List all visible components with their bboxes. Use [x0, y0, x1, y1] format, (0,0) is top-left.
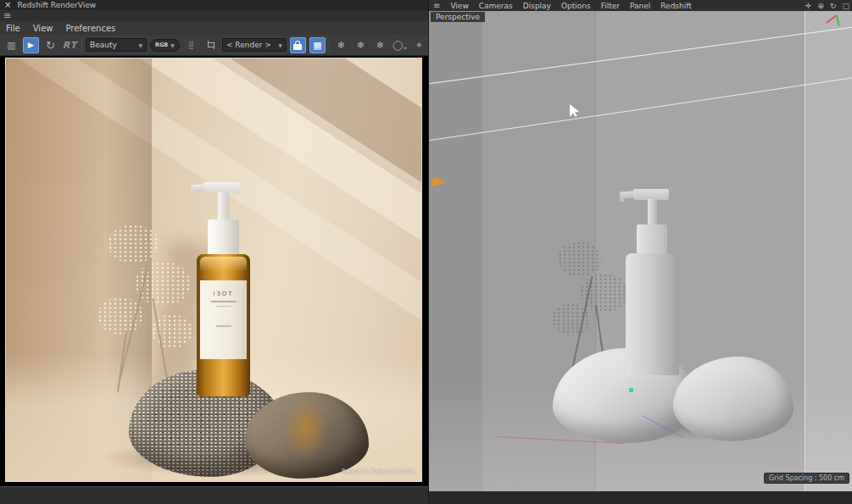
start-ipr-button[interactable]: ▶: [23, 37, 39, 53]
renderview-menu-row: ≡: [0, 10, 428, 21]
label-text-bar: [211, 301, 237, 302]
bucket-select[interactable]: < Render > ▼: [222, 38, 287, 52]
dried-flower-cluster: [97, 297, 143, 335]
chevron-down-icon: ▼: [278, 42, 282, 48]
rotate-icon[interactable]: ↻: [830, 2, 837, 10]
vp-menu-options[interactable]: Options: [561, 2, 591, 10]
play-icon: ▶: [28, 41, 34, 49]
pump-collar: [208, 219, 239, 256]
bottle-label: I3OT: [200, 280, 247, 359]
plant-cluster: [558, 241, 602, 277]
toolbar-separator: [329, 38, 330, 52]
viewport-menubar: ≡ View Cameras Display Options Filter Pa…: [429, 0, 852, 11]
pump-nozzle: [191, 190, 195, 195]
close-icon[interactable]: ×: [4, 1, 11, 9]
restart-render-button[interactable]: ↻: [42, 37, 58, 53]
maximize-icon[interactable]: ▢: [842, 2, 849, 10]
grid-icon: ▦: [313, 40, 321, 51]
lock-icon: [293, 41, 302, 50]
amber-reflection: [284, 399, 328, 460]
pixel-grid-button[interactable]: ▦: [309, 37, 326, 53]
snowflake-icon: ❄: [376, 40, 384, 51]
window-title: Redshift RenderView: [17, 1, 96, 9]
app: × Redshift RenderView ≡ File View Prefer…: [0, 0, 852, 504]
bucket-value: < Render >: [226, 41, 271, 49]
region-icon: ◯ ▾: [393, 40, 406, 51]
vp-menu-display[interactable]: Display: [523, 2, 551, 10]
rendered-image: I3OT Redshift Material Mode: [6, 58, 421, 481]
gizmo-y-axis: [836, 15, 839, 26]
vp-menu-panel[interactable]: Panel: [630, 2, 650, 10]
vp-menu-view[interactable]: View: [450, 2, 468, 10]
toolbar-separator: [81, 38, 82, 52]
crop-icon: [206, 41, 215, 50]
viewport-panel: ≡ View Cameras Display Options Filter Pa…: [429, 0, 852, 504]
vp-menu-filter[interactable]: Filter: [601, 2, 620, 10]
object-axis-dot: [629, 388, 633, 392]
lock-view-button[interactable]: [290, 37, 306, 53]
focus-picker-button[interactable]: ⌖: [411, 37, 427, 53]
chevron-down-icon: ▼: [170, 42, 175, 48]
rgb-label: RGB: [155, 42, 168, 48]
vp-menu-cameras[interactable]: Cameras: [479, 2, 513, 10]
dither-icon: ⣿: [188, 41, 194, 49]
snapshot-icon: ▥: [7, 40, 15, 51]
crop-button[interactable]: [203, 37, 219, 53]
render-mode-overlay: Redshift Material Mode: [342, 468, 415, 475]
restart-icon: ↻: [46, 39, 55, 52]
render-canvas[interactable]: I3OT Redshift Material Mode: [0, 56, 428, 486]
grid-spacing-label: Grid Spacing : 500 cm: [764, 473, 849, 484]
bottle-body: [626, 253, 679, 375]
label-text-bar: [216, 306, 231, 307]
hamburger-icon[interactable]: ≡: [433, 1, 440, 10]
vp-menu-redshift[interactable]: Redshift: [660, 2, 692, 10]
renderview-menubar: File View Preferences: [0, 21, 428, 35]
view-label[interactable]: Perspective: [431, 12, 485, 22]
menu-view[interactable]: View: [33, 24, 53, 33]
axis-gizmo[interactable]: [824, 13, 848, 36]
bottle-air-gap: [200, 257, 247, 272]
dither-button[interactable]: ⣿: [183, 37, 199, 53]
rock-right: [673, 357, 794, 441]
render-frame: I3OT Redshift Material Mode: [5, 58, 422, 482]
viewport-nav-icons: ✛ ⊕ ↻ ▢: [805, 0, 849, 11]
channel-rgb-button[interactable]: RGB ▼: [150, 39, 180, 52]
cosmetic-bottle: I3OT: [197, 182, 250, 396]
renderview-toolbar: ▥ ▶ ↻ RT Beauty ▼ RGB ▼ ⣿: [0, 35, 428, 56]
snapshot-button[interactable]: ▥: [3, 37, 19, 53]
freeze-textures-button[interactable]: ❄: [372, 37, 388, 53]
rt-toggle-button[interactable]: RT: [62, 37, 78, 53]
snowflake-icon: ❄: [357, 40, 365, 51]
zoom-icon[interactable]: ⊕: [817, 2, 824, 10]
bottle-mesh[interactable]: [626, 189, 679, 375]
aov-select[interactable]: Beauty ▼: [86, 38, 147, 52]
renderview-titlebar: × Redshift RenderView: [0, 0, 428, 10]
renderview-window: × Redshift RenderView ≡ File View Prefer…: [0, 0, 428, 504]
viewport-canvas[interactable]: Perspective Grid Spacing : 500 cm: [429, 11, 852, 491]
viewport-bottom-bar: [429, 491, 852, 504]
menu-file[interactable]: File: [6, 24, 20, 33]
freeze-geometry-button[interactable]: ❄: [353, 37, 369, 53]
focus-icon: ⌖: [416, 39, 422, 51]
pan-icon[interactable]: ✛: [805, 2, 812, 10]
pump-tube: [218, 192, 229, 221]
dried-flower-cluster: [108, 224, 159, 263]
aov-value: Beauty: [90, 41, 117, 49]
menu-preferences[interactable]: Preferences: [65, 24, 115, 33]
renderview-bottom-bar: [0, 486, 428, 504]
pump-tube: [648, 199, 657, 226]
freeze-tessellation-button[interactable]: ❄: [333, 37, 349, 53]
hamburger-icon[interactable]: ≡: [3, 11, 11, 20]
region-render-button[interactable]: ◯ ▾: [392, 37, 408, 53]
bottle-brand-text: I3OT: [200, 291, 247, 297]
label-text-bar: [216, 325, 231, 327]
pump-collar: [637, 224, 667, 253]
rt-label: RT: [63, 40, 77, 51]
pump-nozzle: [620, 197, 624, 202]
chevron-down-icon: ▼: [138, 42, 142, 48]
snowflake-icon: ❄: [337, 40, 345, 51]
